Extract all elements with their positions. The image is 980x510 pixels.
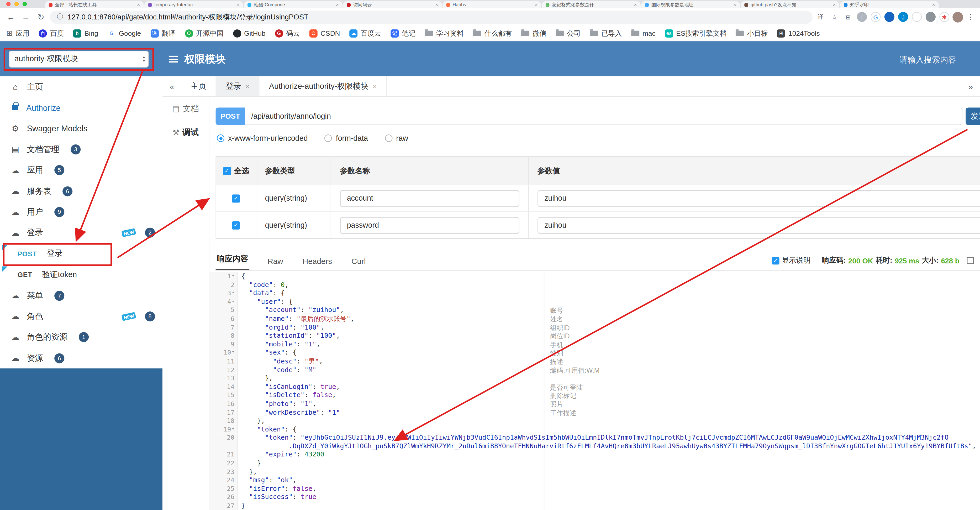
profile-avatar[interactable] [953,11,963,22]
browser-tab[interactable]: temporary-Interfac...× [144,1,243,8]
bookmark-item[interactable]: CCSDN [309,29,340,37]
sidebar-item[interactable]: ☁角色NEW8 [0,306,162,327]
browser-tab[interactable]: 访问码云× [343,1,442,8]
bookmark-item[interactable]: 译翻译 [150,29,175,38]
extension-icon[interactable] [885,12,894,22]
browser-tab[interactable]: 忘记格式化参数是什...× [542,1,641,8]
param-name-input[interactable] [340,217,519,233]
tab-close-icon[interactable]: × [435,2,438,7]
extension-icon[interactable] [912,12,922,22]
sidebar-item[interactable]: ☁用户9 [0,202,162,223]
param-value-input[interactable] [538,190,980,207]
view-tab[interactable]: Authorize-authority-权限模块× [259,76,387,96]
doc-mode-tab-文档[interactable]: ▤文档 [162,97,208,121]
reload-icon[interactable]: ↻ [35,12,47,22]
browser-tab[interactable]: 知乎水印× [840,1,939,8]
translate-icon[interactable]: 译 [816,12,826,22]
request-path-input[interactable] [245,108,963,125]
bookmark-item[interactable]: G码云 [275,29,300,38]
bookmark-item[interactable]: 公司 [555,29,581,38]
response-tab[interactable]: 响应内容 [216,249,250,270]
response-tab[interactable]: Curl [350,252,367,270]
show-description-checkbox[interactable]: ✓ [772,257,780,265]
browser-menu-icon[interactable]: ⋮ [966,13,975,21]
fold-caret-icon[interactable]: ▾ [232,349,234,357]
bookmark-item[interactable]: esES搜索引擎文档 [665,29,727,38]
tab-close-icon[interactable]: × [932,2,935,7]
browser-tab[interactable]: 全部 - 站长在线工具× [45,1,143,8]
sidebar-api-post-登录[interactable]: POST登录 [0,244,162,265]
bookmark-item[interactable]: 微信 [521,29,546,38]
content-type-radio[interactable]: raw [385,134,408,143]
extensions-grid-icon[interactable]: ⊞ [843,12,853,22]
sidebar-item[interactable]: ☁服务表6 [0,181,162,202]
hamburger-menu-icon[interactable] [169,56,178,62]
page-info-icon[interactable]: ⓘ [57,13,63,21]
bookmark-item[interactable]: bBing [73,29,98,37]
row-checkbox[interactable]: ✓ [232,194,240,202]
sidebar-item[interactable]: ▤文档管理3 [0,139,162,160]
tabs-next-icon[interactable]: » [961,82,980,91]
tabs-prev-icon[interactable]: « [162,82,181,91]
bookmark-star-icon[interactable]: ☆ [829,12,839,22]
bookmark-item[interactable]: GGoogle [108,29,141,37]
module-group-select[interactable]: authority-权限模块 ▲▼ [9,51,148,67]
bookmark-item[interactable]: O开源中国 [185,29,224,38]
back-icon[interactable]: ← [5,12,17,22]
extension-shield-icon[interactable] [926,12,935,22]
tab-close-icon[interactable]: × [833,2,836,7]
extension-info-icon[interactable]: i [857,12,867,22]
fold-caret-icon[interactable]: ▾ [232,289,234,298]
window-control-dot[interactable] [22,2,27,6]
sidebar-item[interactable]: ⌂主页 [0,76,162,97]
response-tab[interactable]: Raw [266,252,284,270]
sidebar-item[interactable]: ☁登录NEW2 [0,222,162,244]
doc-mode-tab-调试[interactable]: ⚒调试 [162,121,208,145]
fullscreen-icon[interactable] [967,257,974,264]
sidebar-api-get-验证token[interactable]: GET验证token [0,264,162,285]
forward-icon[interactable]: → [20,12,32,22]
header-search-placeholder[interactable]: 请输入搜索内容 [899,54,956,66]
code-editor[interactable]: 1▾{2 "code": 0,3▾ "data": {4▾ "user": {5… [210,272,980,510]
sidebar-item[interactable]: ☁角色的资源1 [0,327,162,348]
browser-tab[interactable]: 站酷-Compone...× [244,1,342,8]
extension-google-icon[interactable]: G [870,12,881,22]
bookmark-item[interactable]: ☁百度云 [349,29,381,38]
bookmark-item[interactable]: GitHub [233,29,265,37]
sidebar-item[interactable]: ⚙Swagger Models [0,118,162,139]
row-checkbox[interactable]: ✓ [232,221,240,229]
bookmark-item[interactable]: 已导入 [590,29,622,38]
bookmark-item[interactable]: mac [631,29,655,37]
send-button[interactable]: 发送 [966,108,980,125]
window-control-dot[interactable] [14,2,19,6]
bookmark-item[interactable]: 什么都有 [473,29,512,38]
tab-close-icon[interactable]: × [535,2,538,7]
sidebar-item[interactable]: ☁菜单7 [0,285,162,306]
tab-close-icon[interactable]: × [336,2,339,7]
tab-close-icon[interactable]: × [137,2,140,7]
content-type-radio[interactable]: x-www-form-urlencoded [217,134,308,143]
address-bar[interactable]: ⓘ 127.0.0.1:8760/api/gate/doc.html#/auth… [50,10,813,23]
tab-close-icon[interactable]: × [634,2,637,7]
bookmark-item[interactable]: ⊞应用 [6,29,29,38]
extension-pin-icon[interactable]: ✱ [939,12,949,22]
tab-close-icon[interactable]: × [733,2,736,7]
sidebar-item[interactable]: ☁应用5 [0,160,162,181]
sidebar-item[interactable]: Authorize [0,97,162,118]
content-type-radio[interactable]: form-data [325,134,368,143]
sidebar-item[interactable]: ☁资源6 [0,348,162,369]
fold-caret-icon[interactable]: ▾ [232,272,234,280]
fold-caret-icon[interactable]: ▾ [232,425,234,434]
response-tab[interactable]: Headers [301,252,333,270]
tab-close-icon[interactable]: × [237,2,239,7]
extension-jsp-icon[interactable]: J [898,12,908,22]
window-control-dot[interactable] [6,2,11,6]
browser-tab[interactable]: 国际权限参数是地址...× [641,1,740,8]
param-name-input[interactable] [340,190,519,207]
param-value-input[interactable] [538,217,980,233]
bookmark-item[interactable]: 学习资料 [425,29,464,38]
view-tab[interactable]: 主页 [181,76,216,96]
bookmark-item[interactable]: 记笔记 [391,29,415,38]
bookmark-item[interactable]: 小目标 [736,29,768,38]
fold-caret-icon[interactable]: ▾ [232,298,234,306]
